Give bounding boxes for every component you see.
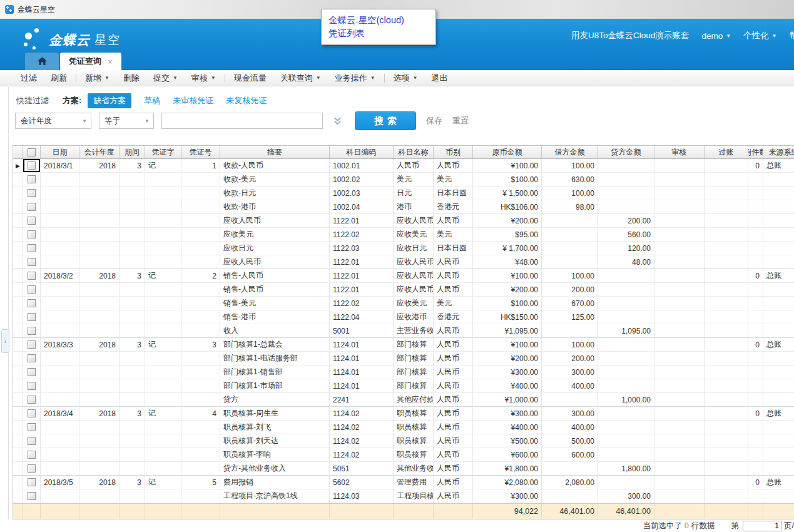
row-checkbox-cell[interactable] bbox=[23, 366, 41, 379]
table-row[interactable]: 贷方-其他业务收入5051其他业务收人民币¥1,800.001,800.00 bbox=[13, 462, 794, 476]
toolbar-audit-button[interactable]: 审核▼ bbox=[185, 70, 223, 86]
row-checkbox-cell[interactable] bbox=[23, 421, 41, 434]
toolbar-refresh-button[interactable]: 刷新 bbox=[44, 70, 74, 86]
tab-voucher-query[interactable]: 凭证查询 × bbox=[60, 53, 121, 70]
row-checkbox-cell[interactable] bbox=[23, 324, 41, 338]
user-menu[interactable]: demo ▼ bbox=[701, 31, 731, 41]
column-header-year[interactable]: 会计年度 bbox=[79, 146, 120, 158]
table-row[interactable]: 2018/3/420183记4职员核算-周生生1124.02职员核算人民币¥30… bbox=[13, 407, 794, 421]
row-checkbox-cell[interactable] bbox=[23, 173, 41, 187]
table-row[interactable]: 职员核算-刘飞1124.02职员核算人民币¥400.00400.00 bbox=[13, 421, 794, 434]
table-row[interactable]: 部门核算1-销售部1124.01部门核算人民币¥300.00300.00 bbox=[13, 366, 794, 379]
field-select[interactable]: 会计年度 ▼ bbox=[15, 113, 91, 129]
plan-default-plan[interactable]: 缺省方案 bbox=[88, 93, 131, 108]
toolbar-delete-button[interactable]: 删除 bbox=[116, 70, 146, 86]
tab-home[interactable] bbox=[25, 53, 59, 70]
toolbar-business-operation-button[interactable]: 业务操作▼ bbox=[328, 70, 382, 86]
table-row[interactable]: 职员核算-刘天达1124.02职员核算人民币¥500.00500.00 bbox=[13, 434, 794, 448]
table-row[interactable]: 收款-美元1002.02美元美元$100.00630.00 bbox=[13, 173, 794, 187]
table-row[interactable]: 2018/3/320183记3部门核算1-总裁会1124.01部门核算人民币¥1… bbox=[13, 338, 794, 352]
expand-more-conditions-button[interactable] bbox=[333, 116, 342, 126]
select-all-checkbox[interactable] bbox=[23, 146, 41, 158]
reset-button[interactable]: 重置 bbox=[452, 115, 469, 126]
row-checkbox-cell[interactable] bbox=[23, 393, 41, 407]
column-header-credit[interactable]: 贷方金额 bbox=[598, 146, 654, 158]
row-checkbox-cell[interactable] bbox=[23, 406, 41, 421]
column-header-summary[interactable]: 摘要 bbox=[220, 146, 330, 158]
table-row[interactable]: 销售-美元1122.02应收美元美元$100.00670.00 bbox=[13, 297, 794, 310]
table-row[interactable]: 应收人民币1122.01应收人民币人民币¥200.00200.00 bbox=[13, 214, 794, 228]
row-checkbox-cell[interactable] bbox=[23, 214, 41, 228]
operator-select[interactable]: 等于 ▼ bbox=[99, 113, 154, 129]
row-checkbox-cell[interactable] bbox=[23, 228, 41, 242]
plan-draft[interactable]: 草稿 bbox=[144, 95, 160, 106]
row-checkbox-cell[interactable] bbox=[23, 379, 41, 393]
toolbar-filter-button[interactable]: 过滤 bbox=[14, 70, 44, 86]
row-checkbox-cell[interactable] bbox=[23, 200, 41, 214]
save-button[interactable]: 保存 bbox=[426, 115, 442, 126]
table-row[interactable]: 应收美元1122.02应收美元美元$95.00560.00 bbox=[13, 228, 794, 242]
row-checkbox-cell[interactable] bbox=[23, 475, 41, 489]
table-row[interactable]: 部门核算1-市场部1124.01部门核算人民币¥400.00400.00 bbox=[13, 379, 794, 393]
toolbar-submit-button[interactable]: 提交▼ bbox=[146, 70, 185, 86]
column-header-code[interactable]: 科目编码 bbox=[330, 146, 394, 158]
column-header-source[interactable]: 来源系统 bbox=[763, 146, 794, 158]
toolbar-exit-button[interactable]: 退出 bbox=[425, 70, 455, 86]
row-checkbox-cell[interactable] bbox=[23, 337, 41, 352]
toolbar-related-query-button[interactable]: 关联查询▼ bbox=[273, 70, 328, 86]
column-header-date[interactable]: 日期 bbox=[41, 146, 79, 158]
row-checkbox-cell[interactable] bbox=[23, 352, 41, 366]
column-header-debit[interactable]: 借方金额 bbox=[542, 146, 598, 158]
cell-name: 其他业务收 bbox=[394, 462, 434, 476]
close-icon[interactable]: × bbox=[108, 57, 113, 66]
table-row[interactable]: 职员核算-李响1124.02职员核算人民币¥600.00600.00 bbox=[13, 448, 794, 462]
table-row[interactable]: 应收日元1122.03应收日元日本日圆¥ 1,700.00120.00 bbox=[13, 242, 794, 255]
column-header-currency[interactable]: 币别 bbox=[434, 146, 473, 158]
row-checkbox-cell[interactable] bbox=[23, 255, 41, 269]
plan-unreviewed[interactable]: 未复核凭证 bbox=[226, 95, 267, 106]
personalize-menu[interactable]: 个性化 ▼ bbox=[743, 30, 776, 41]
table-row[interactable]: 收款-日元1002.03日元日本日圆¥ 1,500.00100.00 bbox=[13, 187, 794, 200]
column-header-name[interactable]: 科目名称 bbox=[394, 146, 434, 158]
row-checkbox-cell[interactable] bbox=[23, 187, 41, 200]
row-checkbox-cell[interactable] bbox=[23, 159, 41, 173]
column-header-word[interactable]: 凭证字 bbox=[145, 146, 181, 158]
row-checkbox-cell[interactable] bbox=[23, 242, 41, 255]
help-menu[interactable]: 帮 bbox=[790, 30, 794, 41]
toolbar-cash-flow-button[interactable]: 现金流量 bbox=[227, 70, 273, 86]
table-row[interactable]: ▶2018/3/120183记1收款-人民币1002.01人民币人民币¥100.… bbox=[13, 159, 794, 173]
table-row[interactable]: 收入5001主营业务收人民币¥1,095.001,095.00 bbox=[13, 324, 794, 338]
filter-value-input[interactable] bbox=[161, 113, 323, 129]
column-header-no[interactable]: 凭证号 bbox=[181, 146, 220, 158]
plan-unaudited[interactable]: 未审核凭证 bbox=[173, 95, 213, 106]
row-checkbox-cell[interactable] bbox=[23, 310, 41, 324]
table-row[interactable]: 2018/3/520183记5费用报销5602管理费用人民币¥2,080.002… bbox=[13, 476, 794, 489]
table-row[interactable]: 贷方2241其他应付款人民币¥1,000.001,000.00 bbox=[13, 393, 794, 407]
cell-year bbox=[79, 366, 120, 379]
toolbar-add-button[interactable]: 新增▼ bbox=[78, 70, 116, 86]
page-number-input[interactable] bbox=[743, 521, 781, 531]
table-row[interactable]: 销售-人民币1122.01应收人民币人民币¥200.00200.00 bbox=[13, 283, 794, 297]
row-checkbox-cell[interactable] bbox=[23, 297, 41, 310]
table-row[interactable]: 收款-港币1002.04港币香港元HK$106.0098.00 bbox=[13, 200, 794, 214]
column-header-post[interactable]: 过账 bbox=[705, 146, 748, 158]
column-header-audit[interactable]: 审核 bbox=[654, 146, 705, 158]
row-checkbox-cell[interactable] bbox=[23, 269, 41, 283]
left-panel-expander[interactable]: › bbox=[1, 329, 9, 353]
checkbox-icon bbox=[28, 437, 36, 445]
toolbar-options-button[interactable]: 选项▼ bbox=[387, 70, 425, 86]
row-checkbox-cell[interactable] bbox=[23, 448, 41, 462]
table-row[interactable]: 销售-港币1122.04应收港币香港元HK$150.00125.00 bbox=[13, 310, 794, 324]
column-header-period[interactable]: 期间 bbox=[120, 146, 145, 158]
row-checkbox-cell[interactable] bbox=[23, 434, 41, 448]
table-row[interactable]: 应收人民币1122.01应收人民币人民币¥48.0048.00 bbox=[13, 255, 794, 269]
table-row[interactable]: 部门核算1-电话服务部1124.01部门核算人民币¥200.00200.00 bbox=[13, 352, 794, 366]
row-checkbox-cell[interactable] bbox=[23, 283, 41, 297]
search-button[interactable]: 搜索 bbox=[355, 111, 416, 130]
table-row[interactable]: 工程项目-京沪高铁1线1124.03工程项目核人民币¥300.00300.00 bbox=[13, 489, 794, 503]
row-checkbox-cell[interactable] bbox=[23, 489, 41, 503]
column-header-attach[interactable]: 附件数 bbox=[748, 146, 763, 158]
row-checkbox-cell[interactable] bbox=[23, 462, 41, 476]
table-row[interactable]: 2018/3/220183记2销售-人民币1122.01应收人民币人民币¥100… bbox=[13, 269, 794, 283]
column-header-orig[interactable]: 原币金额 bbox=[473, 146, 542, 158]
